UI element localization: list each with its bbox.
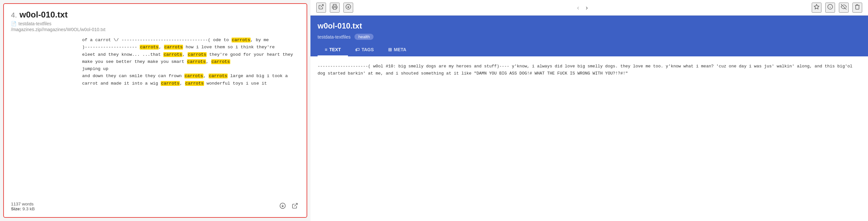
text-tab-icon: ≡ [325, 47, 327, 52]
result-text-snippet: of a carrot \/ -------------------------… [11, 37, 300, 194]
highlight-carrots: carrots [188, 52, 207, 57]
tags-tab-label: TAGS [362, 47, 374, 52]
file-size: Size: 9.3 kB [11, 206, 35, 211]
detail-toolbar: ‹ › [310, 0, 868, 16]
hide-toolbar-button[interactable] [839, 3, 848, 12]
result-actions [278, 202, 300, 211]
nav-back-button[interactable]: ‹ [575, 3, 581, 12]
detail-meta-row: testdata-textfiles health [317, 34, 861, 40]
print-toolbar-button[interactable] [330, 3, 340, 12]
result-full-path: /magazines.zip//magazines/W0OL/w0ol-010.… [11, 27, 300, 32]
info-toolbar-button[interactable] [825, 3, 835, 12]
highlight-carrots: carrots [185, 81, 204, 86]
open-external-button[interactable] [290, 202, 300, 211]
open-external-toolbar-button[interactable] [316, 3, 326, 12]
tab-text[interactable]: ≡ TEXT [317, 44, 348, 56]
highlight-carrots: carrots [163, 52, 182, 57]
search-result-card: 4. w0ol-010.txt 📄 testdata-textfiles /ma… [3, 3, 307, 218]
result-source: testdata-textfiles [19, 21, 52, 26]
file-icon: 📄 [11, 21, 17, 26]
highlight-carrots: carrots [209, 74, 228, 78]
word-count: 1137 words [11, 201, 35, 206]
highlight-carrots: carrots [161, 81, 180, 86]
result-footer: 1137 words Size: 9.3 kB [11, 198, 300, 211]
tab-meta[interactable]: ⊞ META [381, 44, 414, 56]
highlight-carrots: carrots [164, 45, 183, 50]
highlight-carrots: carrots [140, 45, 159, 50]
meta-tab-label: META [394, 47, 406, 52]
result-stats: 1137 words Size: 9.3 kB [11, 201, 35, 211]
health-tag-badge[interactable]: health [354, 34, 374, 40]
detail-source: testdata-textfiles [317, 34, 350, 39]
text-tab-label: TEXT [329, 47, 341, 52]
highlight-carrots: carrots [187, 59, 206, 64]
nav-forward-button[interactable]: › [584, 3, 590, 12]
svg-line-3 [321, 4, 323, 7]
svg-rect-4 [334, 7, 336, 9]
detail-header: w0ol-010.txt testdata-textfiles health ≡… [310, 16, 868, 56]
result-number: 4. [11, 11, 17, 20]
result-header: 4. w0ol-010.txt [11, 10, 300, 20]
svg-line-2 [294, 203, 297, 206]
download-toolbar-button[interactable] [343, 3, 353, 12]
download-button[interactable] [278, 202, 287, 211]
meta-tab-icon: ⊞ [388, 47, 392, 52]
svg-marker-7 [814, 4, 819, 9]
highlight-carrots: carrots [211, 59, 230, 64]
result-title: w0ol-010.txt [20, 10, 68, 20]
detail-body: --------------------( w0ol #10: big smel… [310, 56, 868, 221]
highlight-carrots: carrots [231, 37, 251, 43]
delete-toolbar-button[interactable] [852, 3, 862, 12]
bookmark-toolbar-button[interactable] [812, 3, 822, 12]
detail-tabs: ≡ TEXT 🏷 TAGS ⊞ META [317, 44, 861, 56]
result-path: 📄 testdata-textfiles [11, 21, 300, 26]
highlight-carrots: carrots [184, 74, 204, 78]
result-content: of a carrot \/ -------------------------… [11, 37, 300, 194]
tags-tab-icon: 🏷 [355, 47, 360, 52]
detail-title: w0ol-010.txt [317, 21, 861, 30]
tab-tags[interactable]: 🏷 TAGS [348, 44, 381, 56]
toolbar-nav: ‹ › [575, 3, 590, 12]
detail-panel: ‹ › w0ol-010.txt testdata-textfiles heal… [310, 0, 868, 221]
